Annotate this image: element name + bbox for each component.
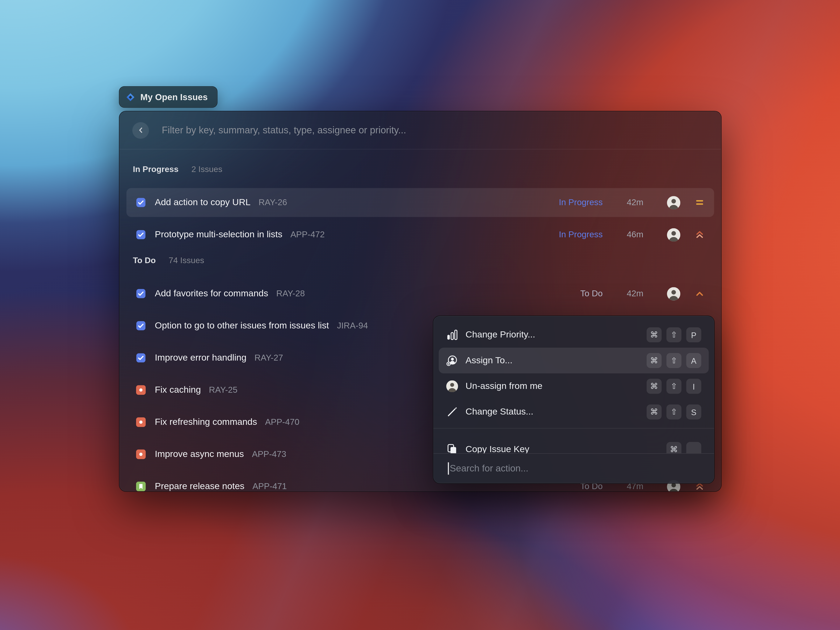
issue-title: Fix caching xyxy=(155,385,201,395)
menu-item[interactable]: Change Priority...⌘⇧P xyxy=(439,322,709,347)
command-hint-label: My Open Issues xyxy=(140,92,208,102)
keycap: I xyxy=(686,379,701,394)
issue-row[interactable]: Add favorites for commandsRAY-28To Do42m xyxy=(126,279,714,308)
keycap: ⌘ xyxy=(647,327,662,342)
issue-status: To Do xyxy=(533,289,603,298)
menu-divider xyxy=(433,428,714,429)
shortcut-keys: ⌘⇧S xyxy=(647,404,701,419)
checkbox-checked-icon xyxy=(136,289,146,298)
issue-status: In Progress xyxy=(533,230,603,239)
keycap: ⇧ xyxy=(666,404,681,419)
shortcut-keys: ⌘⇧P xyxy=(647,327,701,342)
issue-key: RAY-25 xyxy=(209,385,237,395)
issue-title: Add favorites for commands xyxy=(155,288,268,299)
section-header: To Do74 Issues xyxy=(133,256,708,272)
shortcut-keys: ⌘ xyxy=(666,442,701,453)
menu-item[interactable]: Un-assign from me⌘⇧I xyxy=(439,373,709,399)
filter-bar xyxy=(120,112,721,150)
issue-meta: To Do42m xyxy=(533,287,704,300)
issue-title: Improve error handling xyxy=(155,352,246,363)
issue-key: APP-473 xyxy=(252,449,286,459)
priority-highest-icon xyxy=(695,230,704,239)
section-title: In Progress xyxy=(133,164,179,174)
issue-updated-time: 42m xyxy=(603,289,643,298)
menu-item[interactable]: Assign To...⌘⇧A xyxy=(439,348,709,373)
action-menu-list: Change Priority...⌘⇧PAssign To...⌘⇧AUn-a… xyxy=(433,316,714,453)
shortcut-keys: ⌘⇧I xyxy=(647,379,701,394)
issue-updated-time: 46m xyxy=(603,230,643,239)
menu-item-label: Copy Issue Key xyxy=(466,444,529,453)
text-cursor xyxy=(448,463,449,475)
copy-key-icon xyxy=(446,444,458,453)
issue-key: RAY-26 xyxy=(259,197,287,207)
issue-key: JIRA-94 xyxy=(337,321,368,330)
story-icon xyxy=(136,482,146,491)
priority-medium-icon xyxy=(695,197,704,207)
issue-key: RAY-28 xyxy=(276,289,305,298)
keycap: P xyxy=(686,327,701,342)
keycap: ⌘ xyxy=(647,353,662,368)
keycap: S xyxy=(686,404,701,419)
assignee-avatar-icon xyxy=(667,287,681,300)
back-button[interactable] xyxy=(132,122,149,138)
action-menu: Change Priority...⌘⇧PAssign To...⌘⇧AUn-a… xyxy=(433,316,715,484)
section-count: 2 Issues xyxy=(191,164,222,174)
issue-row[interactable]: Prototype multi-selection in listsAPP-47… xyxy=(126,220,714,249)
bug-icon xyxy=(136,385,146,395)
keycap: ⌘ xyxy=(647,379,662,394)
issue-updated-time: 42m xyxy=(603,197,643,207)
priority-high-icon xyxy=(695,289,704,298)
keycap: ⇧ xyxy=(666,353,681,368)
menu-item-label: Assign To... xyxy=(466,355,512,366)
assignee-avatar-icon xyxy=(667,228,681,241)
issue-key: APP-472 xyxy=(291,230,325,239)
bug-icon xyxy=(136,417,146,427)
checkbox-checked-icon xyxy=(136,230,146,239)
issue-meta: In Progress42m xyxy=(533,196,704,209)
shortcut-keys: ⌘⇧A xyxy=(647,353,701,368)
issue-title: Prepare release notes xyxy=(155,481,245,492)
issue-title: Prototype multi-selection in lists xyxy=(155,229,282,240)
issue-status: In Progress xyxy=(533,197,603,207)
issue-row[interactable]: Add action to copy URLRAY-26In Progress4… xyxy=(126,188,714,217)
change-priority-icon xyxy=(446,329,458,341)
assignee-avatar-icon xyxy=(667,196,681,209)
menu-item-label: Change Priority... xyxy=(466,330,535,340)
desktop: My Open Issues In Progress2 IssuesAdd ac… xyxy=(0,0,840,630)
issue-title: Option to go to other issues from issues… xyxy=(155,321,329,331)
unassign-avatar-icon xyxy=(446,380,458,392)
command-hint-pill[interactable]: My Open Issues xyxy=(119,86,217,108)
change-status-icon xyxy=(446,406,458,418)
issue-title: Fix refreshing commands xyxy=(155,417,257,428)
checkbox-checked-icon xyxy=(136,197,146,207)
checkbox-checked-icon xyxy=(136,321,146,330)
issue-key: RAY-27 xyxy=(254,353,283,363)
keycap: ⇧ xyxy=(666,327,681,342)
checkbox-checked-icon xyxy=(136,353,146,363)
filter-input[interactable] xyxy=(161,124,708,136)
issue-meta: In Progress46m xyxy=(533,228,704,241)
issue-key: APP-470 xyxy=(265,417,299,427)
chevron-left-icon xyxy=(136,125,145,135)
keycap xyxy=(686,442,701,453)
section-title: To Do xyxy=(133,256,156,265)
jira-diamond-icon xyxy=(126,92,135,101)
menu-item[interactable]: Change Status...⌘⇧S xyxy=(439,399,709,425)
keycap: A xyxy=(686,353,701,368)
issue-title: Improve async menus xyxy=(155,449,244,460)
menu-item[interactable]: Copy Issue Key⌘ xyxy=(439,437,709,453)
bug-icon xyxy=(136,449,146,459)
menu-item-label: Un-assign from me xyxy=(466,381,542,392)
action-search-placeholder: Search for action... xyxy=(450,463,529,474)
keycap: ⌘ xyxy=(666,442,681,453)
keycap: ⇧ xyxy=(666,379,681,394)
section-header: In Progress2 Issues xyxy=(133,164,708,181)
issue-key: APP-471 xyxy=(253,482,287,491)
action-search[interactable]: Search for action... xyxy=(433,453,714,483)
keycap: ⌘ xyxy=(647,404,662,419)
menu-item-label: Change Status... xyxy=(466,407,534,417)
assign-to-icon xyxy=(446,355,458,366)
section-count: 74 Issues xyxy=(169,256,204,265)
issue-title: Add action to copy URL xyxy=(155,197,251,208)
